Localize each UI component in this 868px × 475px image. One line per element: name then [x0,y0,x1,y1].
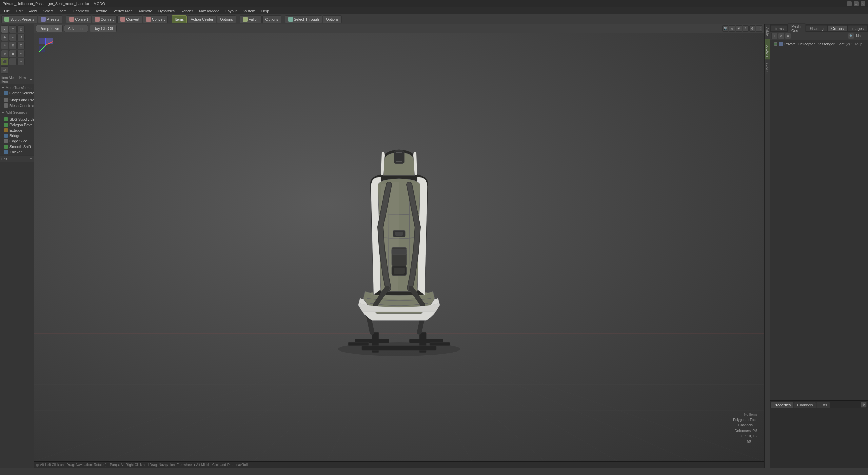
rbt-settings-btn[interactable]: ⚙ [861,402,867,408]
rbt-properties[interactable]: Properties [771,402,794,408]
new-group-button[interactable]: + [771,33,777,39]
no-items-text: No Items [733,412,757,417]
falloff-button[interactable]: Falloff [240,15,262,23]
options1-button[interactable]: Options [217,15,236,23]
menu-layout[interactable]: Layout [223,8,239,14]
divider4 [0,155,34,156]
viewport-lighting-icon[interactable]: ☀ [736,25,742,32]
side-tab-apply[interactable]: Apply [765,24,770,39]
bridge-item[interactable]: Bridge [0,133,34,138]
menu-edit[interactable]: Edit [14,8,25,14]
action-center-button[interactable]: Action Center [188,15,216,23]
select-mode-vertex[interactable]: ● [1,25,8,33]
convert3-button[interactable]: Convert [117,15,142,23]
viewport-tab-perspective[interactable]: Perspective [36,25,63,32]
thicken-item[interactable]: Thicken [0,149,34,155]
smooth-shift-item[interactable]: Smooth Shift [0,144,34,149]
side-tab-polygon[interactable]: Polygon... [765,39,770,59]
select-mode-edge[interactable]: ⬡ [9,25,17,33]
rbt-channels[interactable]: Channels [794,402,816,408]
viewport-camera-icon[interactable]: 📷 [722,25,728,32]
delete-group-button[interactable]: ✕ [778,33,784,39]
edit-header[interactable]: Edit ▼ [0,156,34,162]
tool-transform[interactable]: ⊞ [9,42,17,49]
more-transforms-section[interactable]: ▼ More Transforms [0,85,34,90]
tool-scale[interactable]: ⤡ [1,42,8,49]
tool-sculpt[interactable]: ⬟ [9,50,17,57]
side-tab-curves[interactable]: Curves [765,60,770,76]
side-tab-extra[interactable] [765,76,770,82]
center-selected-item[interactable]: Center Selected [0,90,34,96]
viewport-render-icon[interactable]: ◈ [729,25,735,32]
properties-content [770,408,868,411]
left-menu: ▼ More Transforms Center Selected Snaps … [0,84,34,468]
menu-item[interactable]: Item [57,8,69,14]
items-button[interactable]: Items [172,15,187,23]
convert4-button[interactable]: Convert [143,15,168,23]
group-item-helicopter-seat[interactable]: Private_Helicopter_Passenger_Seat (2) : … [771,41,867,47]
extrude-item[interactable]: Extrude [0,128,34,133]
close-button[interactable]: ✕ [861,1,865,6]
menu-help[interactable]: Help [259,8,272,14]
viewport-expand-icon[interactable]: ⛶ [756,25,762,32]
menu-render[interactable]: Render [178,8,196,14]
tool-knife[interactable]: ✂ [17,50,25,57]
menu-view[interactable]: View [26,8,40,14]
rbt-lists[interactable]: Lists [816,402,830,408]
viewport-grid-icon[interactable]: # [743,25,749,32]
select-mode-item[interactable]: ⊕ [1,34,8,41]
presets-button[interactable]: Presets [38,15,62,23]
menu-dynamics[interactable]: Dynamics [156,8,177,14]
maximize-button[interactable]: □ [854,1,859,6]
tab-groups[interactable]: Groups [828,25,847,31]
viewport-tab-raygl[interactable]: Ray GL: Off [90,25,117,32]
item-menu-header[interactable]: Item Menu: New Item ▼ [0,75,34,84]
snaps-precision-item[interactable]: Snaps and Precision [0,97,34,103]
tool-paint[interactable]: ◈ [1,50,8,57]
menu-vertex-map[interactable]: Vertex Map [111,8,135,14]
add-geometry-section[interactable]: ▼ Add Geometry [0,110,34,115]
tool-rotate[interactable]: ↺ [17,34,25,41]
tool-active[interactable]: ⬛ [1,58,8,65]
viewport-topbar: Perspective Advanced Ray GL: Off 📷 ◈ ☀ #… [34,24,764,33]
menu-maxtomodo[interactable]: MaxToModo [196,8,222,14]
separator1 [64,16,64,23]
minimize-button[interactable]: ─ [847,1,852,6]
group-search-button[interactable]: 🔍 [848,33,854,39]
group-settings-button[interactable]: ⚙ [785,33,791,39]
sds-subdivide-item[interactable]: SDS Subdivide 2X [0,117,34,122]
main-layout: ● ⬡ ◻ ⊕ ✦ ↺ ⤡ ⊞ ⊠ ◈ ⬟ ✂ ⬛ ◫ ☀ ◎ Item Men… [0,24,868,468]
menu-select[interactable]: Select [40,8,56,14]
thicken-icon [4,150,8,154]
viewport-tab-advanced[interactable]: Advanced [64,25,88,32]
separator2 [170,16,170,23]
tool-camera[interactable]: ◎ [1,66,8,74]
mesh-constraints-item[interactable]: Mesh Constraints [0,103,34,108]
tool-move[interactable]: ✦ [9,34,17,41]
menu-texture[interactable]: Texture [93,8,110,14]
menu-animate[interactable]: Animate [136,8,155,14]
info-overlay: No Items Polygons : Face Channels : 0 De… [733,412,757,444]
edge-slice-item[interactable]: Edge Slice [0,138,34,144]
convert1-button[interactable]: Convert [66,15,91,23]
tool-select[interactable]: ⊠ [17,42,25,49]
tool-material[interactable]: ◫ [9,58,17,65]
tab-images[interactable]: Images [848,25,867,31]
tab-items[interactable]: Items [771,25,787,31]
tool-light[interactable]: ☀ [17,58,25,65]
separator3 [238,16,238,23]
viewport-settings-icon[interactable]: ⚙ [749,25,755,32]
options2-button[interactable]: Options [262,15,281,23]
options3-button[interactable]: Options [323,15,342,23]
menu-geometry[interactable]: Geometry [70,8,92,14]
polygon-bevel-item[interactable]: Polygon Bevel [0,122,34,128]
select-mode-polygon[interactable]: ◻ [17,25,25,33]
viewport-3d[interactable]: No Items Polygons : Face Channels : 0 De… [34,33,764,462]
convert2-button[interactable]: Convert [92,15,117,23]
menu-system[interactable]: System [240,8,258,14]
select-through-button[interactable]: Select Through [285,15,322,23]
menu-file[interactable]: File [1,8,13,14]
tab-shading[interactable]: Shading [806,25,827,31]
sculpt-button[interactable]: Sculpt Presets [1,15,37,23]
group-checkbox[interactable] [774,42,777,46]
